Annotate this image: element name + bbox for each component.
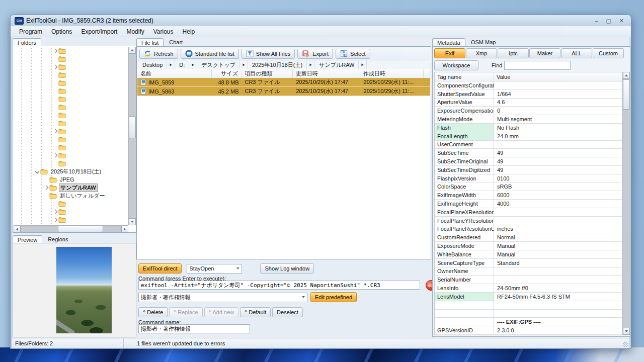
tree-item[interactable] (14, 87, 128, 95)
toolbar-select-button[interactable]: Select (336, 49, 370, 59)
chevron-right-icon[interactable] (52, 154, 58, 157)
scroll-left-icon[interactable] (14, 226, 21, 232)
tree-item[interactable] (14, 135, 128, 143)
filter-custom-button[interactable]: Custom (593, 48, 624, 58)
menu-export-import[interactable]: Export/Import (76, 27, 122, 36)
table-row[interactable]: IMG_586345.2 MBCR3 ファイル2025/10/29(水) 17:… (137, 87, 430, 96)
minimize-icon[interactable]: – (595, 18, 598, 24)
metadata-row[interactable]: FocalLength24.0 mm (435, 132, 628, 141)
resize-grip[interactable] (623, 342, 628, 347)
metadata-row[interactable]: FlashpixVersion0100 (435, 174, 628, 183)
metadata-row[interactable] (435, 310, 628, 318)
tree-item[interactable] (14, 119, 128, 127)
metadata-vscroll-thumb[interactable] (623, 79, 630, 110)
menu-program[interactable]: Program (15, 27, 47, 36)
table-row[interactable]: IMG_585948.8 MBCR3 ファイル2025/10/29(水) 17:… (137, 78, 430, 87)
metadata-row[interactable]: MeteringModeMulti-segment (435, 115, 628, 124)
metadata-row[interactable]: SubSecTimeDigitized49 (435, 166, 628, 174)
tree-item[interactable] (14, 159, 128, 167)
breadcrumb-item[interactable]: デスクトップ (197, 60, 240, 69)
scroll-up-icon[interactable] (623, 72, 630, 79)
toolbar-show-all-files-button[interactable]: Show All Files (242, 49, 295, 59)
tree-item[interactable] (14, 79, 128, 87)
toolbar-standard-file-list-button[interactable]: Standard file list (181, 49, 239, 59)
metadata-row[interactable]: OwnerName (435, 267, 628, 276)
breadcrumb-arrow-icon[interactable] (240, 60, 248, 69)
close-icon[interactable]: ✕ (619, 18, 624, 24)
breadcrumb-desktop[interactable]: Desktop (138, 60, 167, 69)
metadata-row[interactable]: LensModelRF24-50mm F4.5-6.3 IS STM (435, 293, 628, 301)
tree-item-jpeg[interactable]: JPEG (14, 175, 128, 184)
tree-item[interactable] (14, 71, 128, 79)
tree-item[interactable] (14, 63, 128, 71)
tree-horizontal-scrollbar[interactable] (14, 225, 128, 232)
metadata-row[interactable]: ShutterSpeedValue1/664 (435, 90, 628, 99)
chevron-right-icon[interactable] (52, 218, 58, 221)
toolbar-export-button[interactable]: Export (297, 49, 333, 59)
command-name-input[interactable] (138, 324, 250, 333)
tree-vertical-scrollbar[interactable] (128, 47, 136, 225)
metadata-row[interactable]: FocalPlaneXResolution (435, 208, 628, 217)
breadcrumb-raw[interactable]: サンプルRAW (315, 60, 359, 69)
deselect-button[interactable]: Deselect (272, 307, 303, 317)
chevron-right-icon[interactable] (52, 49, 58, 52)
breadcrumb-arrow-icon[interactable] (307, 60, 315, 69)
metadata-row[interactable]: SubSecTime49 (435, 149, 628, 157)
toolbar-refresh-button[interactable]: Refresh (139, 49, 178, 59)
filter-xmp-button[interactable]: Xmp (466, 48, 497, 58)
menu-help[interactable]: Help (178, 27, 200, 36)
stayopen-dropdown[interactable]: StayOpen (187, 264, 242, 274)
metadata-row[interactable]: UserComment (435, 141, 628, 149)
tree-item[interactable] (14, 103, 128, 111)
metadata-row[interactable]: GPSVersionID2.3.0.0 (435, 326, 628, 335)
metadata-row[interactable]: FlashNo Flash (435, 124, 628, 132)
menu-modify[interactable]: Modify (122, 27, 148, 36)
exiftool-direct-button[interactable]: ExifTool direct (138, 263, 182, 274)
tree-item[interactable] (14, 151, 128, 159)
menu-options[interactable]: Options (47, 27, 76, 36)
metadata-row[interactable]: SerialNumber (435, 276, 628, 284)
default-button[interactable]: ^ Default (240, 307, 271, 317)
file-column-item[interactable]: サイズ (212, 69, 242, 78)
metadata-row[interactable]: WhiteBalanceManual (435, 250, 628, 259)
metadata-row[interactable]: SceneCaptureTypeStandard (435, 259, 628, 267)
metadata-row[interactable]: ExposureModeManual (435, 242, 628, 250)
tree-item[interactable] (14, 216, 128, 224)
tab-metadata[interactable]: Metadata (432, 38, 465, 47)
maximize-icon[interactable]: ▢ (606, 18, 611, 24)
edit-predefined-button[interactable]: Edit predefined (310, 292, 357, 302)
file-column-item[interactable]: 項目の種類 (242, 69, 293, 78)
metadata-row[interactable]: ExifImageWidth6000 (435, 191, 628, 200)
tab-osm-map[interactable]: OSM Map (466, 38, 501, 46)
metadata-row[interactable]: ColorSpacesRGB (435, 183, 628, 192)
tree-item[interactable] (14, 95, 128, 103)
tree-item[interactable] (14, 111, 128, 119)
metadata-row[interactable]: FocalPlaneResolutionUnitinches (435, 225, 628, 234)
metadata-row[interactable]: ExposureCompensation0 (435, 107, 628, 115)
scroll-up-icon[interactable] (129, 47, 136, 54)
chevron-right-icon[interactable] (52, 210, 58, 213)
breadcrumb-arrow-icon[interactable] (167, 60, 175, 69)
tree-hscroll-thumb[interactable] (58, 226, 103, 232)
breadcrumb-d[interactable]: D: (175, 60, 189, 69)
tree-item-item[interactable]: 新しいフォルダー (14, 192, 128, 200)
tree-item-raw[interactable]: サンプルRAW (14, 184, 128, 192)
chevron-right-icon[interactable] (52, 65, 58, 68)
predefined-command-dropdown[interactable]: 撮影者・著作権情報 (138, 293, 307, 302)
metadata-row[interactable]: SubSecTimeOriginal49 (435, 157, 628, 166)
menu-various[interactable]: Various (149, 27, 178, 36)
metadata-vertical-scrollbar[interactable] (622, 72, 630, 335)
metadata-row[interactable]: CustomRenderedNormal (435, 233, 628, 242)
breadcrumb-arrow-icon[interactable] (189, 60, 197, 69)
file-column-item[interactable]: 作成日時 (360, 69, 424, 78)
show-log-window-button[interactable]: Show Log window (260, 263, 314, 274)
scroll-down-icon[interactable] (623, 328, 630, 335)
tab-regions[interactable]: Regions (43, 235, 73, 243)
tree-vscroll-thumb[interactable] (129, 116, 136, 138)
tab-file-list[interactable]: File list (136, 38, 164, 47)
filter-iptc-button[interactable]: Iptc (498, 48, 529, 58)
filter-exif-button[interactable]: Exif (434, 48, 465, 58)
scroll-right-icon[interactable] (121, 226, 128, 232)
tree-item[interactable] (14, 208, 128, 216)
tree-item-2025-10-18[interactable]: 2025年10月18日(土) (14, 167, 128, 175)
